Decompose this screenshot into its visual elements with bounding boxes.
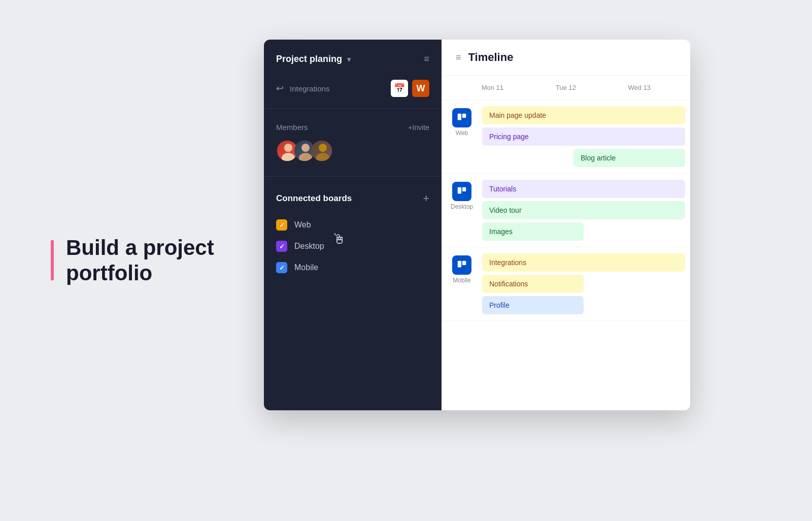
hamburger-icon[interactable]: ≡ — [456, 52, 461, 63]
svg-point-3 — [301, 144, 310, 152]
board-group-mobile: Mobile Integrations Notifications Profil… — [442, 247, 690, 321]
board-item-desktop[interactable]: ✓ Desktop 🖱 — [276, 236, 429, 257]
checkbox-desktop: ✓ — [276, 241, 287, 252]
trello-icon-web — [452, 108, 471, 127]
board-label-desktop: Desktop — [294, 242, 324, 251]
svg-point-4 — [299, 153, 312, 161]
checkbox-web: ✓ — [276, 219, 287, 231]
board-name-web: Web — [456, 129, 468, 137]
hero-text: Build a project portfolio — [51, 235, 244, 286]
hero-line1: Build a project — [66, 236, 214, 259]
integrations-label: Integrations — [290, 84, 329, 93]
calendar-badge[interactable]: 📅 — [391, 80, 408, 97]
connected-boards-header: Connected boards + — [276, 193, 429, 204]
checkbox-mobile: ✓ — [276, 262, 287, 273]
avatar-face-3 — [312, 141, 332, 161]
sidebar-header: Project planing ▾ ≡ — [264, 40, 442, 75]
integration-badges: 📅 W — [391, 80, 429, 97]
task-label: Pricing page — [489, 133, 529, 141]
checkmark-desktop: ✓ — [279, 243, 285, 250]
accent-bar — [51, 240, 54, 281]
timeline-days: Mon 11 Tue 12 Wed 13 — [442, 76, 690, 100]
task-label: Images — [489, 227, 513, 236]
task-video-tour[interactable]: Video tour — [482, 201, 685, 219]
board-group-desktop: Desktop Tutorials Video tour Images — [442, 174, 690, 247]
divider-2 — [264, 176, 442, 177]
sidebar: Project planing ▾ ≡ ↩ Integrations 📅 W M… — [264, 40, 442, 410]
board-icon-desktop: Desktop — [442, 180, 482, 210]
day-tue: Tue 12 — [529, 81, 603, 94]
task-label: Profile — [489, 301, 510, 309]
task-label: Main page update — [489, 111, 546, 119]
svg-rect-12 — [462, 261, 466, 265]
svg-rect-7 — [458, 114, 461, 120]
svg-rect-9 — [458, 187, 461, 194]
board-name-mobile: Mobile — [453, 277, 470, 284]
board-item-mobile[interactable]: ✓ Mobile — [276, 257, 429, 278]
avatars-group — [276, 140, 429, 162]
svg-point-6 — [316, 153, 329, 161]
members-label: Members — [276, 123, 308, 132]
task-tutorials[interactable]: Tutorials — [482, 180, 685, 198]
timeline-panel: ≡ Timeline Mon 11 Tue 12 Wed 13 Web Main… — [442, 40, 690, 410]
svg-rect-10 — [462, 187, 466, 191]
connected-boards-section: Connected boards + ✓ Web ✓ Desktop 🖱 ✓ — [264, 183, 442, 288]
task-main-page[interactable]: Main page update — [482, 106, 685, 124]
members-section: Members +Invite — [264, 115, 442, 170]
board-label-web: Web — [294, 220, 311, 230]
task-profile[interactable]: Profile — [482, 296, 584, 314]
checkmark-mobile: ✓ — [279, 264, 285, 272]
board-group-web: Web Main page update Pricing page Blog a… — [442, 100, 690, 174]
office-badge[interactable]: W — [412, 80, 429, 97]
task-notifications[interactable]: Notifications — [482, 275, 584, 293]
board-icon-web: Web — [442, 106, 482, 137]
checkmark-web: ✓ — [279, 221, 285, 229]
members-header: Members +Invite — [276, 123, 429, 132]
task-label: Integrations — [489, 258, 526, 267]
task-label: Notifications — [489, 280, 528, 288]
board-item-web[interactable]: ✓ Web — [276, 214, 429, 236]
svg-rect-8 — [462, 114, 466, 118]
integrations-row[interactable]: ↩ Integrations 📅 W — [264, 75, 442, 102]
task-pricing[interactable]: Pricing page — [482, 127, 685, 146]
svg-rect-11 — [458, 261, 461, 268]
ui-card: Project planing ▾ ≡ ↩ Integrations 📅 W M… — [264, 40, 690, 410]
task-label: Blog article — [581, 154, 616, 162]
task-label: Tutorials — [489, 185, 516, 193]
task-blog[interactable]: Blog article — [573, 149, 685, 167]
timeline-content: Web Main page update Pricing page Blog a… — [442, 100, 690, 410]
board-label-mobile: Mobile — [294, 263, 318, 272]
avatar-3 — [311, 140, 333, 162]
task-images[interactable]: Images — [482, 222, 584, 241]
task-label: Video tour — [489, 206, 522, 214]
project-title[interactable]: Project planing ▾ — [276, 54, 351, 64]
divider-1 — [264, 108, 442, 109]
chevron-down-icon: ▾ — [347, 55, 351, 63]
hero-line2: portfolio — [66, 261, 152, 285]
add-board-button[interactable]: + — [423, 193, 429, 204]
trello-icon-mobile — [452, 255, 471, 275]
sidebar-menu-icon[interactable]: ≡ — [424, 54, 429, 64]
task-integrations[interactable]: Integrations — [482, 253, 685, 272]
day-mon: Mon 11 — [456, 81, 529, 94]
integrations-arrow-icon: ↩ — [276, 83, 284, 94]
tasks-web: Main page update Pricing page Blog artic… — [482, 106, 690, 167]
timeline-title: Timeline — [468, 51, 514, 64]
svg-point-2 — [284, 144, 292, 152]
day-wed: Wed 13 — [602, 81, 676, 94]
connected-boards-title: Connected boards — [276, 193, 352, 204]
svg-point-5 — [319, 144, 327, 152]
board-name-desktop: Desktop — [451, 203, 473, 210]
svg-point-1 — [282, 153, 295, 161]
project-title-text: Project planing — [276, 54, 342, 64]
board-icon-mobile: Mobile — [442, 253, 482, 284]
invite-button[interactable]: +Invite — [408, 123, 429, 132]
trello-icon-desktop — [452, 182, 471, 201]
tasks-desktop: Tutorials Video tour Images — [482, 180, 690, 241]
tasks-mobile: Integrations Notifications Profile — [482, 253, 690, 314]
timeline-header: ≡ Timeline — [442, 40, 690, 76]
hero-section: Build a project portfolio — [51, 235, 244, 286]
